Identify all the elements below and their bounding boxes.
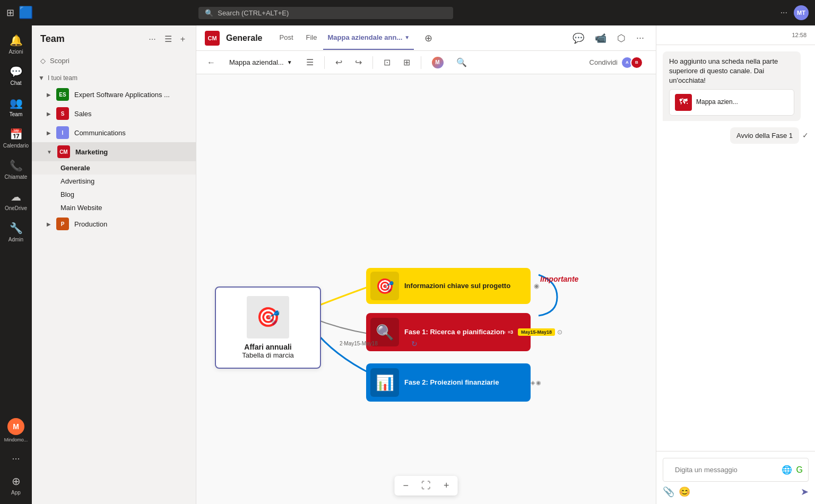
zoom-in-button[interactable]: + [439,478,454,493]
share-label: Condividi [589,58,618,66]
search-scopri[interactable]: ◇ Scopri [32,53,196,69]
grid-icon[interactable]: ⊞ [6,7,14,19]
attachment-icon[interactable]: 📎 [663,486,674,498]
sales-avatar: S [56,107,69,120]
channel-main-website[interactable]: Main Website [32,201,196,214]
back-button[interactable]: ← [203,55,220,71]
section-header-my-teams[interactable]: ▼ I tuoi team [32,71,196,85]
nav-azioni[interactable]: 🔔 Azioni [2,30,30,59]
zoom-out-button[interactable]: − [398,478,413,493]
chiamate-icon: 📞 [10,159,23,172]
icon-bar: 🔔 Azioni 💬 Chat 👥 Team 📅 Calendario 📞 Ch… [0,25,32,504]
red-node-tag: ≡3 May15-May18 ⊙ [505,328,562,336]
yellow-node-dots: ◉ [534,282,539,290]
mindmap-title-button[interactable]: Mappa aziendal... ▼ [224,56,298,68]
nav-mindomo[interactable]: M Mindomo... [2,414,30,447]
search-bar[interactable]: 🔍 Search (CTRL+ALT+E) [198,7,453,19]
expand-icon-sales: ▶ [47,111,51,117]
input-icon-2[interactable]: G [796,465,803,475]
chat-bubble-1: Ho aggiunto una scheda nella parte super… [663,51,801,121]
mappa-card[interactable]: 🗺 Mappa azien... [669,89,794,116]
sidebar-filter-button[interactable]: ☰ [162,32,174,46]
yellow-node-icon: 🎯 [370,272,399,300]
undo-button[interactable]: ↩ [331,54,346,71]
production-avatar: P [56,218,69,230]
add-app-icon: ⊕ [12,475,21,488]
node-yellow[interactable]: 🎯 Informazioni chiave sul progetto ◉ [366,268,531,304]
node-blue[interactable]: 📊 Fase 2: Proiezioni finanziarie ◈ ◉ [366,363,531,402]
admin-label: Admin [8,237,23,242]
branch-button[interactable]: ⊞ [399,54,414,71]
mindmap-toolbar: ← Mappa aziendal... ▼ ☰ ↩ ↪ ⊡ ⊞ M 🔍 Cond… [196,51,656,74]
nav-team[interactable]: 👥 Team [2,92,30,121]
chat-message-2-text: Avvio della Fase 1 [736,132,793,140]
share-button[interactable]: Condividi A B [583,53,649,72]
mindmap-center-node[interactable]: 🎯 Affari annuali Tabella di marcia [215,286,321,369]
send-button[interactable]: ➤ [801,486,809,498]
chat-message-container: Ho aggiunto una scheda nella parte super… [656,45,815,451]
tab-post[interactable]: Post [273,26,299,50]
team-item-production[interactable]: ▶ P Production [32,214,196,233]
nav-onedrive[interactable]: ☁ OneDrive [2,186,30,215]
emoji-icon[interactable]: 😊 [679,486,690,498]
header-more-button[interactable]: ··· [633,29,647,47]
nav-more[interactable]: ··· [2,449,30,468]
top-bar: ⊞ 🟦 🔍 Search (CTRL+ALT+E) ··· MT [0,0,815,25]
sidebar-title: Team [40,33,65,45]
search-map-button[interactable]: 🔍 [452,54,471,71]
nav-chiamate[interactable]: 📞 Chiamate [2,155,30,184]
red-tag-dot: ⊙ [557,328,562,336]
chat-panel-toggle-button[interactable]: 💬 [569,29,587,47]
main-layout: 🔔 Azioni 💬 Chat 👥 Team 📅 Calendario 📞 Ch… [0,25,815,504]
mindomo-icon: M [7,418,24,435]
refresh-icon[interactable]: ↻ [411,340,418,348]
nav-admin[interactable]: 🔧 Admin [2,218,30,247]
node-red[interactable]: 🔍 Fase 1: Ricerca e pianificazione ≡3 Ma… [366,313,531,351]
menu-button[interactable]: ☰ [302,54,318,71]
team-item-marketing[interactable]: ▼ CM Marketing [32,142,196,161]
nav-add-app[interactable]: ⊕ App [2,471,30,500]
channel-blog[interactable]: Blog [32,188,196,201]
video-call-button[interactable]: 📹 [592,29,610,47]
toolbar-divider-1 [324,56,325,69]
channel-advertising[interactable]: Advertising [32,175,196,188]
blue-node-end-dots: ◈ ◉ [531,379,541,386]
nav-calendario[interactable]: 📅 Calendario [2,124,30,153]
header-expand-button[interactable]: ⬡ [614,29,629,47]
tab-mappa[interactable]: Mappa aziendale ann... ▼ [323,26,414,50]
top-bar-left: ⊞ 🟦 [6,6,33,20]
sidebar-header: Team ··· ☰ + [32,25,196,53]
collapse-icon: ▼ [38,74,45,82]
input-icon-1[interactable]: 🌐 [782,465,792,475]
team-item-sales[interactable]: ▶ S Sales [32,104,196,123]
mindomo-ai-button[interactable]: M [428,54,448,72]
mappa-card-icon: 🗺 [675,94,692,111]
sidebar-more-button[interactable]: ··· [146,32,158,46]
chat-timestamp: 12:58 [792,32,807,38]
nav-chat[interactable]: 💬 Chat [2,61,30,90]
share-avatar-2: B [630,56,643,69]
add-tab-button[interactable]: ⊕ [420,28,437,48]
team-item-expert[interactable]: ▶ ES Expert Software Applications ... [32,85,196,104]
red-node-text: Fase 1: Ricerca e pianificazione [404,328,508,337]
redo-button[interactable]: ↪ [351,54,366,71]
connect-button[interactable]: ⊡ [379,54,395,71]
zoom-fit-button[interactable]: ⛶ [417,478,435,493]
channel-generale[interactable]: Generale [32,161,196,175]
more-options-icon[interactable]: ··· [781,8,787,18]
input-action-left: 📎 😊 [663,486,690,498]
tab-file[interactable]: File [300,26,324,50]
team-item-communications[interactable]: ▶ I Communications [32,123,196,142]
production-team-name: Production [74,220,107,228]
team-icon: 👥 [10,97,23,109]
sidebar-add-button[interactable]: + [178,32,187,46]
message-input[interactable] [669,462,777,478]
right-panel-input-area: 🌐 G 📎 😊 ➤ [656,451,815,504]
add-app-label: App [11,490,21,496]
expert-team-name: Expert Software Applications ... [74,91,170,99]
more-nav-icon: ··· [12,453,20,464]
user-avatar[interactable]: MT [794,5,809,20]
section-label: I tuoi team [48,74,77,82]
marketing-avatar: CM [57,145,70,158]
expand-icon-marketing: ▼ [47,149,52,155]
